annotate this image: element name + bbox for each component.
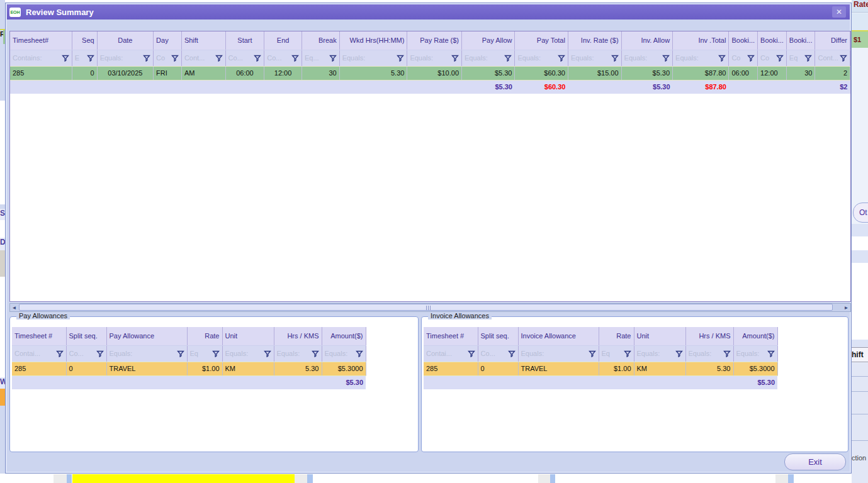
filter-funnel-icon[interactable] (589, 350, 596, 357)
filter-funnel-icon[interactable] (215, 55, 223, 62)
summary-filter-cell-10[interactable]: Equals: (462, 50, 515, 66)
invoice-allowance-filter-cell-5[interactable]: Equals: (685, 345, 733, 362)
summary-filter-cell-2[interactable]: Equals: (97, 50, 153, 66)
filter-funnel-icon[interactable] (468, 350, 475, 357)
summary-column-header-4[interactable]: Shift (181, 31, 225, 50)
pay-allowance-filter-cell-6[interactable]: Equals: (322, 345, 366, 362)
invoice-allowance-data-cell-2[interactable]: TRAVEL (518, 362, 599, 375)
invoice-allowance-filter-cell-3[interactable]: Eq (599, 345, 634, 362)
pay-allowance-filter-cell-1[interactable]: Co... (66, 345, 106, 362)
filter-funnel-icon[interactable] (611, 55, 619, 62)
filter-funnel-icon[interactable] (718, 55, 726, 62)
invoice-allowance-data-cell-3[interactable]: $1.00 (599, 362, 634, 375)
summary-data-cell-18[interactable]: 2 (815, 66, 850, 80)
filter-funnel-icon[interactable] (776, 55, 784, 62)
pay-allowance-filter-cell-5[interactable]: Equals: (274, 345, 322, 362)
close-button[interactable]: ✕ (832, 6, 846, 18)
filter-funnel-icon[interactable] (62, 55, 69, 62)
summary-filter-cell-4[interactable]: Cont... (181, 50, 225, 66)
summary-filter-cell-11[interactable]: Equals: (515, 50, 568, 66)
summary-filter-cell-3[interactable]: Co (154, 50, 182, 66)
summary-data-cell-7[interactable]: 30 (302, 66, 339, 80)
invoice-allowance-filter-cell-1[interactable]: Co... (478, 345, 518, 362)
filter-funnel-icon[interactable] (723, 350, 731, 357)
summary-data-cell-12[interactable]: $15.00 (568, 66, 621, 80)
pay-allowance-column-header-1[interactable]: Split seq. (66, 327, 106, 345)
summary-data-cell-16[interactable]: 12:00 (758, 66, 787, 80)
pay-allowance-data-cell-1[interactable]: 0 (66, 362, 106, 375)
summary-data-cell-4[interactable]: AM (181, 66, 225, 80)
summary-column-header-13[interactable]: Inv. Allow (621, 31, 673, 50)
summary-filter-cell-8[interactable]: Equals: (339, 50, 407, 66)
scroll-left-arrow-icon[interactable]: ◄ (10, 304, 18, 311)
summary-column-header-17[interactable]: Booki... (786, 31, 815, 50)
invoice-allowance-column-header-3[interactable]: Rate (599, 327, 634, 345)
summary-column-header-2[interactable]: Date (97, 31, 153, 50)
filter-funnel-icon[interactable] (451, 55, 459, 62)
summary-filter-cell-5[interactable]: Co... (225, 50, 264, 66)
filter-funnel-icon[interactable] (177, 350, 184, 357)
summary-filter-cell-6[interactable]: Co... (264, 50, 302, 66)
invoice-allowance-data-cell-5[interactable]: 5.30 (685, 362, 733, 375)
invoice-allowance-filter-cell-6[interactable]: Equals: (733, 345, 777, 362)
invoice-allowance-filter-cell-4[interactable]: Equals: (634, 345, 685, 362)
summary-filter-cell-7[interactable]: Eq... (302, 50, 339, 66)
horizontal-scrollbar[interactable]: ◄ ► (9, 303, 851, 312)
filter-funnel-icon[interactable] (624, 350, 631, 357)
pay-allowance-column-header-3[interactable]: Rate (187, 327, 222, 345)
invoice-allowance-data-cell-1[interactable]: 0 (478, 362, 518, 375)
filter-funnel-icon[interactable] (329, 55, 337, 62)
summary-filter-cell-9[interactable]: Equals: (407, 50, 462, 66)
summary-filter-cell-12[interactable]: Equals: (568, 50, 621, 66)
invoice-allowance-column-header-0[interactable]: Timesheet # (424, 327, 478, 345)
summary-data-row[interactable]: 285003/10/2025FRIAM06:0012:00305.30$10.0… (10, 66, 850, 80)
summary-column-header-16[interactable]: Booki... (758, 31, 787, 50)
summary-data-cell-11[interactable]: $60.30 (515, 66, 568, 80)
summary-column-header-12[interactable]: Inv. Rate ($) (568, 31, 621, 50)
pay-allowance-data-cell-4[interactable]: KM (222, 362, 274, 375)
invoice-allowance-data-cell-0[interactable]: 285 (424, 362, 478, 375)
filter-funnel-icon[interactable] (87, 55, 94, 62)
summary-data-cell-10[interactable]: $5.30 (462, 66, 515, 80)
filter-funnel-icon[interactable] (96, 350, 104, 357)
filter-funnel-icon[interactable] (254, 55, 261, 62)
invoice-allowance-filter-cell-0[interactable]: Contai... (424, 345, 478, 362)
summary-filter-cell-1[interactable]: E (72, 50, 97, 66)
summary-data-cell-15[interactable]: 06:00 (729, 66, 758, 80)
summary-data-cell-6[interactable]: 12:00 (264, 66, 302, 80)
filter-funnel-icon[interactable] (558, 55, 565, 62)
summary-data-cell-14[interactable]: $87.80 (673, 66, 729, 80)
filter-funnel-icon[interactable] (840, 55, 847, 62)
summary-column-header-1[interactable]: Seq (72, 31, 97, 50)
filter-funnel-icon[interactable] (143, 55, 150, 62)
pay-allowance-data-cell-0[interactable]: 285 (12, 362, 66, 375)
filter-funnel-icon[interactable] (356, 350, 363, 357)
summary-column-header-15[interactable]: Booki... (729, 31, 758, 50)
invoice-allowance-column-header-5[interactable]: Hrs / KMS (685, 327, 733, 345)
pay-allowance-column-header-0[interactable]: Timesheet # (12, 327, 66, 345)
summary-filter-cell-15[interactable]: Co (729, 50, 758, 66)
summary-column-header-7[interactable]: Break (302, 31, 339, 50)
summary-column-header-8[interactable]: Wkd Hrs(HH:MM) (339, 31, 407, 50)
pay-allowance-column-header-2[interactable]: Pay Allowance (106, 327, 187, 345)
filter-funnel-icon[interactable] (312, 350, 319, 357)
invoice-allowance-column-header-6[interactable]: Amount($) (733, 327, 777, 345)
invoice-allowance-column-header-2[interactable]: Invoice Allowance (518, 327, 599, 345)
filter-funnel-icon[interactable] (56, 350, 64, 357)
exit-button[interactable]: Exit (784, 453, 846, 470)
summary-column-header-10[interactable]: Pay Allow (462, 31, 515, 50)
summary-data-cell-13[interactable]: $5.30 (621, 66, 673, 80)
dialog-titlebar[interactable]: EOH Review Summary ✕ (7, 4, 850, 19)
summary-data-cell-17[interactable]: 30 (786, 66, 815, 80)
summary-column-header-6[interactable]: End (264, 31, 302, 50)
pay-allowance-data-cell-3[interactable]: $1.00 (187, 362, 222, 375)
summary-data-cell-0[interactable]: 285 (10, 66, 72, 80)
summary-data-cell-5[interactable]: 06:00 (225, 66, 264, 80)
summary-filter-cell-14[interactable]: Equals: (673, 50, 729, 66)
filter-funnel-icon[interactable] (675, 350, 683, 357)
summary-column-header-9[interactable]: Pay Rate ($) (407, 31, 462, 50)
pay-allowance-filter-cell-3[interactable]: Eq (187, 345, 222, 362)
invoice-allowance-data-cell-6[interactable]: $5.3000 (733, 362, 777, 375)
summary-filter-cell-17[interactable]: Eq (786, 50, 815, 66)
pay-allowance-filter-cell-0[interactable]: Contai... (12, 345, 66, 362)
